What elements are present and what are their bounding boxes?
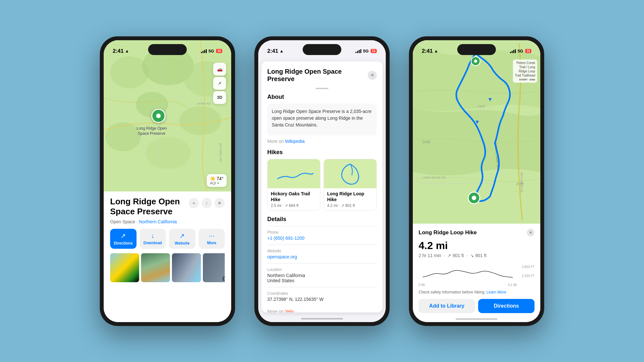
share-btn[interactable]: ↑ [202, 198, 212, 208]
phones-container: 2:41 ▲ 5G 15 [100, 36, 544, 326]
safety-note: Check safety information before hiking. … [419, 290, 535, 294]
3d-btn[interactable]: 3D [213, 91, 226, 104]
hike-map-2 [324, 159, 376, 188]
map-svg-1: BAY AREA RD WARD RD [104, 40, 231, 191]
photo-1[interactable] [110, 253, 139, 282]
website-btn[interactable]: ↗ Website [169, 229, 195, 249]
time-3: 2:41 ▲ [422, 48, 438, 54]
panel-icons-1[interactable]: + ↑ ✕ [189, 198, 225, 208]
signal-bars-1 [201, 49, 207, 53]
photo-3[interactable] [172, 253, 201, 282]
phone-3: 2:41 ▲ 5G 15 [409, 36, 544, 326]
coordinates-value: 37.27398° N, 122.15635° W [267, 297, 377, 302]
map-area-1[interactable]: 2:41 ▲ 5G 15 [104, 40, 231, 191]
svg-text:SKYLINE BLVD: SKYLINE BLVD [520, 172, 523, 193]
svg-text:LONG RIDGE RD: LONG RIDGE RD [422, 176, 446, 179]
hikes-grid: Hickory Oaks Trail Hike 2.5 mi · ↗ 664 f… [267, 159, 377, 211]
coordinates-row: Coordinates 37.27398° N, 122.15635° W [267, 287, 377, 306]
car-btn[interactable]: 🚗 [213, 63, 226, 76]
battery-3: 15 [525, 49, 531, 53]
svg-point-6 [146, 137, 191, 169]
add-btn[interactable]: + [189, 198, 199, 208]
hikes-heading: Hikes [267, 149, 377, 156]
action-buttons-1: ↗ Directions ↓ Download ↗ Website ··· Mo… [110, 229, 225, 249]
website-value[interactable]: openspace.org [267, 254, 377, 259]
hike-info-2: Long Ridge Loop Hike 4.2 mi · ↗ 901 ft [324, 188, 376, 210]
photo-2[interactable] [141, 253, 170, 282]
bottom-panel-1: Long Ridge OpenSpace Preserve + ↑ ✕ Open… [104, 191, 231, 322]
location-row: Location Northern CaliforniaUnited State… [267, 263, 377, 287]
sheet-title: Long Ridge Open Space Preserve [267, 68, 368, 83]
svg-text:2400: 2400 [422, 140, 430, 144]
hike-name-1: Hickory Oaks Trail Hike [271, 191, 317, 202]
place-title-1: Long Ridge OpenSpace Preserve [110, 197, 189, 217]
info-sheet: Long Ridge Open Space Preserve ✕ About L… [261, 61, 383, 312]
download-btn[interactable]: ↓ Download [140, 229, 166, 249]
time-1: 2:41 ▲ [113, 48, 129, 54]
yelp-row: More on Yelp [267, 306, 377, 312]
map-area-3[interactable]: 2:41 ▲ 5G 15 [413, 40, 540, 224]
panel-header-1: Long Ridge OpenSpace Preserve + ↑ ✕ [110, 197, 225, 217]
location-pin-1 [151, 109, 166, 123]
svg-point-0 [110, 56, 149, 88]
wikipedia-link[interactable]: Wikipedia [285, 139, 305, 144]
status-icons-3: 5G 15 [510, 49, 531, 53]
yelp-link[interactable]: Yelp [285, 309, 294, 312]
map-controls-1[interactable]: 🚗 ↗ 3D [213, 63, 226, 104]
more-icon: ··· [209, 232, 214, 239]
website-icon: ↗ [179, 232, 185, 240]
phone-value[interactable]: +1 (650) 691-1200 [267, 236, 377, 241]
status-icons-2: 5G 15 [355, 49, 377, 53]
about-description: Long Ridge Open Space Preserve is a 2,03… [272, 108, 372, 128]
time-2: 2:41 ▲ [267, 48, 284, 54]
details-heading: Details [267, 216, 377, 223]
scroll-indicator [316, 88, 328, 89]
svg-point-4 [179, 106, 221, 135]
hike-panel-title: Long Ridge Loop Hike [419, 229, 477, 236]
sheet-header: Long Ridge Open Space Preserve ✕ [267, 68, 377, 83]
hike-stats-2: 4.2 mi · ↗ 901 ft [327, 203, 373, 208]
download-icon: ↓ [151, 232, 154, 239]
hike-panel-3: Long Ridge Loop Hike ✕ 4.2 mi 2 hr 11 mi… [413, 224, 540, 316]
hike-distance: 4.2 mi [419, 240, 535, 252]
hike-card-1[interactable]: Hickory Oaks Trail Hike 2.5 mi · ↗ 664 f… [267, 159, 320, 211]
hike-meta: 2 hr 11 min · ↗ 901 ft · ↘ 901 ft [419, 253, 535, 258]
home-indicator-3 [413, 316, 540, 322]
wiki-link-row: More on Wikipedia [267, 139, 377, 144]
location-btn[interactable]: ↗ [213, 77, 226, 90]
hike-map-1 [268, 159, 320, 188]
dynamic-island-2 [303, 44, 341, 55]
battery-1: 15 [216, 49, 222, 53]
hike-panel-close-btn[interactable]: ✕ [527, 229, 535, 237]
about-heading: About [267, 94, 377, 100]
website-row: Website openspace.org [267, 245, 377, 263]
hike-panel-header: Long Ridge Loop Hike ✕ [419, 229, 535, 237]
add-to-library-btn[interactable]: Add to Library [419, 299, 475, 313]
svg-point-21 [472, 196, 476, 200]
details-section: Details Phone +1 (650) 691-1200 Website … [267, 216, 377, 312]
photos-row: Yelp [110, 253, 225, 282]
phone-1: 2:41 ▲ 5G 15 [100, 36, 235, 326]
map-location-label: Long Ridge OpenSpace Preserve [136, 126, 168, 136]
sheet-close-btn[interactable]: ✕ [368, 71, 377, 80]
learn-more-link[interactable]: Learn More [487, 290, 506, 294]
status-icons-1: 5G 15 [201, 49, 222, 53]
battery-2: 15 [371, 49, 377, 53]
phone-row: Phone +1 (650) 691-1200 [267, 226, 377, 245]
more-btn[interactable]: ··· More [199, 229, 225, 249]
location-value: Northern CaliforniaUnited States [267, 273, 377, 283]
hike-actions: Add to Library Directions [419, 299, 535, 313]
phone-2: 2:41 ▲ 5G 15 Long Ridge Open Space P [254, 36, 390, 326]
elevation-x-labels: 0 MI 4.1 MI [419, 283, 535, 287]
elevation-chart: 2,600 FT2,100 FT [419, 263, 535, 282]
close-btn-1[interactable]: ✕ [214, 198, 225, 208]
hike-stats-1: 2.5 mi · ↗ 664 ft [271, 203, 317, 208]
dynamic-island-1 [148, 44, 187, 55]
directions-btn[interactable]: ↗ Directions [110, 229, 137, 249]
hike-card-2[interactable]: Long Ridge Loop Hike 4.2 mi · ↗ 901 ft [324, 159, 377, 211]
photo-4[interactable]: Yelp [203, 253, 225, 282]
hike-directions-btn[interactable]: Directions [478, 299, 535, 313]
hike-name-2: Long Ridge Loop Hike [327, 191, 373, 202]
dynamic-island-3 [457, 44, 496, 55]
hike-info-1: Hickory Oaks Trail Hike 2.5 mi · ↗ 664 f… [268, 188, 320, 210]
